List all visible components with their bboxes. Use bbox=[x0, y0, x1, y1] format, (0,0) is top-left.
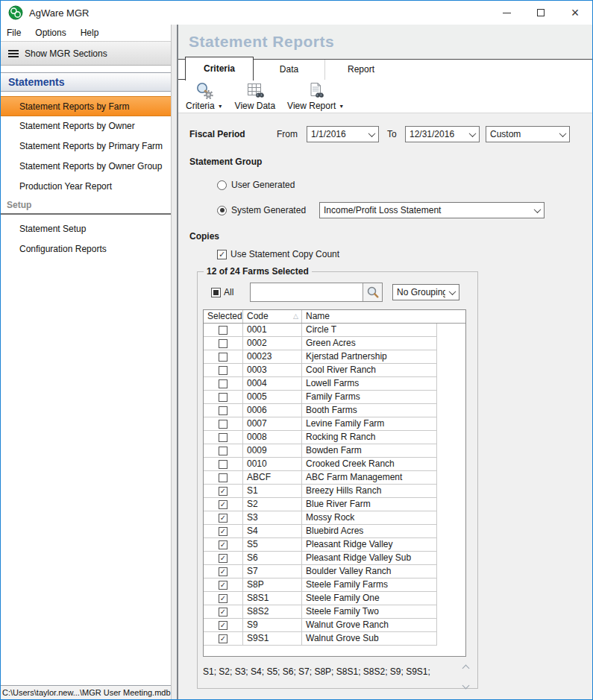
row-checkbox-unchecked[interactable] bbox=[219, 326, 228, 335]
view-report-button[interactable]: View Report bbox=[287, 81, 344, 111]
close-button[interactable] bbox=[558, 1, 592, 25]
table-row[interactable]: S3Mossy Rock bbox=[204, 511, 465, 525]
to-date-combo[interactable]: 12/31/2016 bbox=[405, 126, 480, 142]
select-all-checkbox[interactable]: All bbox=[211, 287, 250, 297]
table-row[interactable]: S4Bluebird Acres bbox=[204, 525, 465, 538]
table-row[interactable]: 0004Lowell Farms bbox=[204, 377, 465, 391]
table-row[interactable]: S8S1Steele Family One bbox=[204, 592, 465, 605]
row-checkbox-unchecked[interactable] bbox=[219, 433, 228, 442]
row-checkbox-unchecked[interactable] bbox=[219, 447, 228, 455]
row-checkbox-checked[interactable] bbox=[219, 527, 228, 536]
row-checkbox-checked[interactable] bbox=[219, 634, 228, 643]
tab-data[interactable]: Data bbox=[254, 60, 325, 80]
row-checkbox-checked[interactable] bbox=[219, 567, 228, 576]
table-row[interactable]: 0007Levine Family Farm bbox=[204, 417, 465, 431]
row-checkbox-checked[interactable] bbox=[219, 554, 228, 563]
sidebar-item-configuration-reports[interactable]: Configuration Reports bbox=[1, 239, 171, 259]
row-checkbox-checked[interactable] bbox=[219, 608, 228, 617]
use-statement-copy-count-checkbox[interactable]: Use Statement Copy Count bbox=[217, 249, 592, 259]
table-row[interactable]: 0010Crooked Creek Ranch bbox=[204, 458, 465, 471]
criteria-page: Fiscal Period From 1/1/2016 To 12/31/201… bbox=[178, 113, 592, 699]
search-button[interactable] bbox=[363, 283, 382, 301]
farm-search-input[interactable] bbox=[251, 283, 363, 301]
minimize-button[interactable] bbox=[489, 1, 524, 25]
row-checkbox-unchecked[interactable] bbox=[219, 339, 228, 348]
table-row[interactable]: S7Boulder Valley Ranch bbox=[204, 565, 465, 578]
row-checkbox-checked[interactable] bbox=[219, 594, 228, 603]
column-header-code[interactable]: Code△ bbox=[243, 310, 302, 323]
row-checkbox-unchecked[interactable] bbox=[219, 460, 228, 469]
page-title: Statement Reports bbox=[189, 33, 334, 51]
table-row[interactable]: S8PSteele Family Farms bbox=[204, 578, 465, 592]
panel-splitter[interactable] bbox=[171, 25, 178, 699]
table-row[interactable]: 00023Kjerstad Partnership bbox=[204, 350, 465, 364]
row-checkbox-unchecked[interactable] bbox=[219, 353, 228, 362]
tab-report[interactable]: Report bbox=[325, 60, 397, 80]
chevron-down-icon bbox=[559, 130, 567, 137]
table-row[interactable]: 0008Rocking R Ranch bbox=[204, 431, 465, 444]
table-row[interactable]: 0006Booth Farms bbox=[204, 404, 465, 417]
row-checkbox-unchecked[interactable] bbox=[219, 366, 228, 375]
column-header-name[interactable]: Name bbox=[302, 310, 437, 323]
table-row[interactable]: S6Pleasant Ridge Valley Sub bbox=[204, 552, 465, 565]
selected-codes-summary: S1; S2; S3; S4; S5; S6; S7; S8P; S8S1; S… bbox=[203, 663, 471, 693]
row-checkbox-checked[interactable] bbox=[219, 581, 228, 590]
farm-code-cell: S7 bbox=[243, 565, 302, 578]
table-row[interactable]: ABCFABC Farm Management bbox=[204, 471, 465, 485]
from-date-combo[interactable]: 1/1/2016 bbox=[307, 126, 379, 142]
menu-file[interactable]: File bbox=[7, 26, 28, 40]
row-checkbox-checked[interactable] bbox=[219, 487, 228, 496]
farm-code-cell: S8S1 bbox=[243, 592, 302, 605]
farm-name-cell: Mossy Rock bbox=[302, 511, 437, 525]
table-row[interactable]: 0001Circle T bbox=[204, 324, 465, 337]
row-checkbox-unchecked[interactable] bbox=[219, 406, 228, 415]
summary-scrollbar[interactable] bbox=[459, 663, 471, 691]
table-row[interactable]: 0005Family Farms bbox=[204, 391, 465, 404]
table-row[interactable]: 0002Green Acres bbox=[204, 337, 465, 350]
row-checkbox-checked[interactable] bbox=[219, 500, 228, 509]
farm-code-cell: 0004 bbox=[243, 377, 302, 391]
close-icon bbox=[571, 6, 580, 19]
row-checkbox-checked[interactable] bbox=[219, 514, 228, 523]
column-header-selected[interactable]: Selected bbox=[204, 310, 243, 323]
scroll-up-icon[interactable] bbox=[462, 665, 469, 672]
radio-system-generated[interactable]: System Generated Income/Profit Loss Stat… bbox=[217, 203, 592, 218]
tab-criteria[interactable]: Criteria bbox=[185, 57, 254, 81]
farm-name-cell: Lowell Farms bbox=[302, 377, 437, 391]
table-row[interactable]: S9S1Walnut Grove Sub bbox=[204, 632, 465, 646]
sidebar-item-statement-reports-by-farm[interactable]: Statement Reports by Farm bbox=[1, 96, 171, 116]
sort-ascending-icon: △ bbox=[293, 310, 298, 323]
menu-help[interactable]: Help bbox=[81, 26, 106, 40]
row-checkbox-unchecked[interactable] bbox=[219, 393, 228, 402]
show-mgr-sections-button[interactable]: Show MGR Sections bbox=[1, 41, 171, 66]
sidebar-item-statement-reports-by-primary-farm[interactable]: Statement Reports by Primary Farm bbox=[1, 136, 171, 157]
page-header: Statement Reports bbox=[178, 25, 592, 59]
criteria-button[interactable]: Criteria bbox=[186, 81, 223, 111]
row-checkbox-unchecked[interactable] bbox=[219, 379, 228, 388]
grouping-combo[interactable]: No Grouping bbox=[392, 284, 459, 300]
table-row[interactable]: S2Blue River Farm bbox=[204, 498, 465, 511]
table-row[interactable]: 0003Cool River Ranch bbox=[204, 364, 465, 377]
table-row[interactable]: 0009Bowden Farm bbox=[204, 444, 465, 458]
criteria-magnifier-gear-icon bbox=[195, 81, 214, 101]
row-checkbox-checked[interactable] bbox=[219, 621, 228, 630]
sidebar-item-statement-reports-by-owner[interactable]: Statement Reports by Owner bbox=[1, 116, 171, 136]
table-row[interactable]: S9Walnut Grove Ranch bbox=[204, 619, 465, 632]
table-row[interactable]: S1Breezy Hills Ranch bbox=[204, 485, 465, 498]
maximize-button[interactable] bbox=[524, 1, 558, 25]
row-checkbox-unchecked[interactable] bbox=[219, 473, 228, 482]
farm-name-cell: Steele Family Farms bbox=[302, 578, 437, 592]
menu-options[interactable]: Options bbox=[35, 26, 72, 40]
sidebar-item-statement-reports-by-owner-group[interactable]: Statement Reports by Owner Group bbox=[1, 157, 171, 177]
table-row[interactable]: S5Pleasant Ridge Valley bbox=[204, 538, 465, 552]
statement-group-combo[interactable]: Income/Profit Loss Statement bbox=[319, 202, 545, 218]
sidebar-item-production-year-report[interactable]: Production Year Report bbox=[1, 177, 171, 197]
period-preset-combo[interactable]: Custom bbox=[486, 126, 570, 142]
table-row[interactable]: S8S2Steele Family Two bbox=[204, 605, 465, 619]
sidebar-item-statement-setup[interactable]: Statement Setup bbox=[1, 219, 171, 239]
view-data-button[interactable]: View Data bbox=[235, 81, 275, 111]
row-checkbox-unchecked[interactable] bbox=[219, 420, 228, 429]
row-checkbox-checked[interactable] bbox=[219, 540, 228, 549]
radio-user-generated[interactable]: User Generated bbox=[217, 177, 592, 192]
scroll-down-icon[interactable] bbox=[462, 682, 469, 690]
